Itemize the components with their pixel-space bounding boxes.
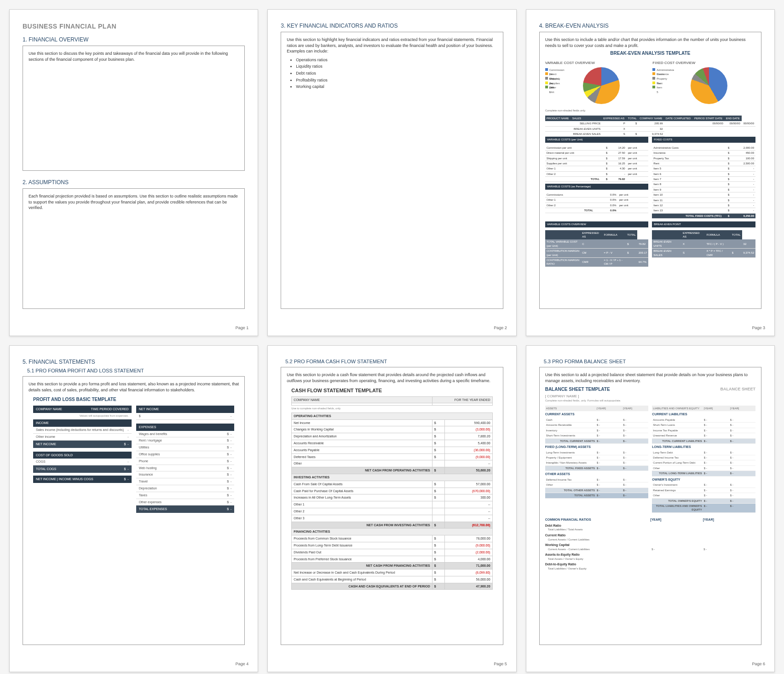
fixed-cost-pie-icon [691,67,727,104]
section-title: 5. FINANCIAL STATEMENTS [23,359,245,365]
variable-cost-pie-icon [583,67,620,104]
page-number: Page 3 [752,325,765,330]
section-title: 3. KEY FINANCIAL INDICATORS AND RATIOS [281,23,503,29]
pie-legend: Commission per Unit Direct Material per … [545,67,553,104]
subsection-title: 5.1 PRO FORMA PROFIT AND LOSS STATEMENT [27,368,245,373]
fixed-costs-table: FIXED COSTSAdministrative Costs$2,000.00… [652,137,755,219]
cash-flow-header: COMPANY NAMEFOR THE YEAR ENDED [291,396,492,406]
ratio-list: Operations ratios Liquidity ratios Debt … [296,57,497,90]
page-4: 5. FINANCIAL STATEMENTS 5.1 PRO FORMA PR… [9,345,258,672]
subsection-title: 5.2 PRO FORMA CASH FLOW STATEMENT [285,359,503,364]
page-6: 5.3 PRO FORMA BALANCE SHEET Use this sec… [526,345,775,672]
page-number: Page 2 [494,325,507,330]
section-title: 2. ASSUMPTIONS [23,179,245,186]
variable-costs-table: VARIABLE COSTS (per Unit)Commission per … [545,137,649,219]
pl-left-column: COMPANY NAMETIME PERIOD COVERED Values w… [33,406,132,513]
page-3: 4. BREAK-EVEN ANALYSIS Use this section … [526,9,775,336]
balance-sheet-box: Use this section to add a projected bala… [539,367,761,645]
break-even-point-table: BREAK-EVEN POINTEXPRESSED ASFORMULATOTAL… [652,221,755,267]
liabilities-column: LIABILITIES AND OWNER'S EQUITY[YEAR][YEA… [652,406,755,513]
page-number: Page 4 [236,662,249,666]
template-title: BREAK-EVEN ANALYSIS TEMPLATE [545,50,755,57]
indicators-box: Use this section to highlight key financ… [281,32,503,309]
page-2: 3. KEY FINANCIAL INDICATORS AND RATIOS U… [267,9,516,336]
break-even-box: Use this section to include a table and/… [539,32,761,309]
financial-ratios: COMMON FINANCIAL RATIOS[YEAR][YEAR]Debt … [545,517,755,571]
page-number: Page 6 [752,662,765,666]
profit-loss-box: Use this section to provide a pro forma … [23,376,245,645]
section-title: 1. FINANCIAL OVERVIEW [23,36,245,43]
page-number: Page 1 [236,325,249,330]
pie-legend: Administrative Costs Insurance Property … [652,67,661,104]
cash-flow-table: OPERATING ACTIVITIESNet Income$590,400.0… [291,413,492,590]
pl-right-column: NET INCOME $- EXPENSES Wages and benefit… [136,406,235,513]
page-5: 5.2 PRO FORMA CASH FLOW STATEMENT Use th… [267,345,516,672]
assets-column: ASSETS[YEAR][YEAR]CURRENT ASSETSCash$ -$… [545,406,649,513]
cash-flow-box: Use this section to provide a cash flow … [281,367,503,645]
subsection-title: 5.3 PRO FORMA BALANCE SHEET [544,359,761,364]
section-title: 4. BREAK-EVEN ANALYSIS [539,23,761,29]
financial-overview-box: Use this section to discuss the key poin… [23,46,245,171]
variable-overview-table: VARIABLE COSTS OVERVIEWEXPRESSED ASFORMU… [545,221,649,267]
page-number: Page 5 [494,662,507,666]
break-even-summary-table: PRODUCT NAMESALESEXPRESSED ASTOTALCOMPAN… [545,116,755,137]
document-title: BUSINESS FINANCIAL PLAN [23,23,245,30]
page-1: BUSINESS FINANCIAL PLAN 1. FINANCIAL OVE… [9,9,258,336]
assumptions-box: Each financial projection provided is ba… [23,188,245,309]
